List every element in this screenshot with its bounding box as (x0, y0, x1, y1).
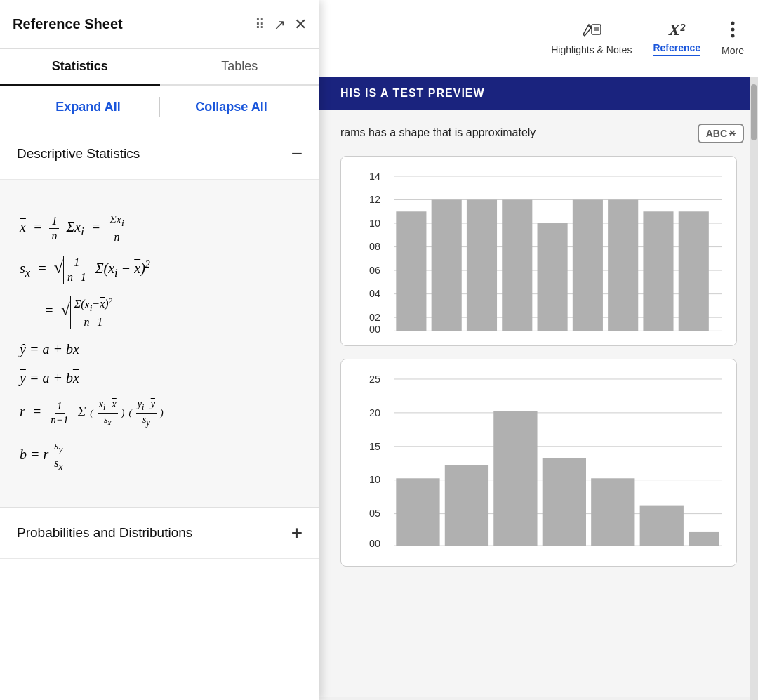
chart2-bar-4 (543, 458, 586, 546)
chart2-bar-5 (591, 478, 634, 546)
formula-std-dev: sx = √ 1 n−1 Σ(xi − x)2 (20, 256, 300, 284)
tab-statistics[interactable]: Statistics (0, 49, 160, 86)
svg-point-4 (731, 27, 735, 31)
chart2-svg: 25 20 15 10 05 00 (369, 371, 722, 555)
reference-sheet-panel: Reference Sheet ⠿ ↗ ✕ Statistics Tables … (0, 0, 319, 700)
formula-std-dev-alt: = √ Σ(xi−x)2 n−1 (41, 296, 300, 329)
reference-tabs: Statistics Tables (0, 49, 319, 86)
svg-text:10: 10 (369, 475, 380, 486)
chart1-bar-9 (679, 211, 709, 331)
reference-content: Descriptive Statistics − x = 1 n Σxi = Σ… (0, 128, 319, 700)
chart2-bar-1 (396, 478, 439, 546)
descriptive-statistics-toggle[interactable]: − (291, 144, 302, 164)
formula-regression: ŷ = a + bx (20, 341, 300, 357)
chart1-bar-5 (538, 223, 568, 331)
svg-text:14: 14 (369, 170, 380, 181)
chart1-bar-2 (432, 199, 462, 331)
probabilities-distributions-section-header[interactable]: Probabilities and Distributions + (0, 508, 319, 559)
banner-text: HIS IS A TEST PREVIEW (340, 87, 485, 99)
abc-label: ABC (706, 128, 727, 139)
chart1-bar-6 (573, 199, 603, 331)
abc-badge[interactable]: ABC ✕ (698, 124, 744, 143)
descriptive-statistics-title: Descriptive Statistics (17, 146, 291, 161)
more-icon (731, 21, 735, 42)
svg-point-5 (731, 34, 735, 37)
chart1-bar-8 (643, 211, 673, 331)
chart2-container: 25 20 15 10 05 00 (340, 359, 737, 566)
svg-text:20: 20 (369, 407, 380, 418)
chart1-bar-3 (467, 199, 497, 331)
svg-text:04: 04 (369, 288, 380, 299)
formula-mean: x = 1 n Σxi = Σxi n (20, 213, 300, 244)
toolbar-right: Highlights & Notes X² Reference More (551, 20, 758, 56)
svg-point-3 (731, 21, 735, 25)
svg-text:15: 15 (369, 441, 380, 452)
svg-text:06: 06 (369, 264, 380, 275)
formula-regression-means: y = a + bx (20, 370, 300, 386)
question-text: rams has a shape that is approximately (340, 124, 737, 142)
svg-text:00: 00 (369, 323, 380, 334)
scrollbar[interactable] (750, 77, 758, 700)
drag-icon[interactable]: ⠿ (255, 16, 265, 33)
tab-tables[interactable]: Tables (160, 49, 320, 84)
more-button[interactable]: More (722, 21, 744, 56)
chart1-bar-1 (396, 211, 426, 331)
abc-strikethrough-icon: ✕ (729, 128, 736, 138)
expand-window-icon[interactable]: ↗ (274, 16, 286, 33)
chart2-bar-2 (445, 465, 488, 546)
svg-rect-0 (592, 25, 601, 34)
svg-text:00: 00 (369, 539, 380, 550)
chart2-bar-3 (493, 411, 537, 546)
svg-text:10: 10 (369, 217, 380, 228)
test-preview-banner: HIS IS A TEST PREVIEW (319, 77, 758, 110)
scroll-thumb[interactable] (751, 84, 757, 140)
formula-correlation: r = 1 n−1 Σ ( xi−x sx ) ( yi−y (20, 399, 300, 428)
formula-slope: b = r sy sx (20, 440, 300, 473)
svg-text:25: 25 (369, 374, 380, 385)
svg-text:02: 02 (369, 312, 380, 323)
reference-icon: X² (669, 20, 685, 39)
question-area: ABC ✕ rams has a shape that is approxima… (319, 110, 758, 697)
chart1-bar-4 (502, 199, 532, 331)
highlights-notes-label: Highlights & Notes (551, 44, 632, 55)
probabilities-distributions-title: Probabilities and Distributions (17, 525, 291, 541)
probabilities-distributions-toggle[interactable]: + (291, 523, 302, 543)
chart1-svg: 14 12 10 08 06 04 02 00 (369, 168, 722, 336)
reference-label: Reference (653, 42, 700, 56)
reference-toolbar-item[interactable]: X² Reference (653, 20, 700, 56)
chart1-bar-7 (608, 199, 638, 331)
chart2-bar-6 (640, 506, 684, 546)
svg-text:05: 05 (369, 508, 380, 519)
descriptive-statistics-body: x = 1 n Σxi = Σxi n sx = √ 1 (0, 180, 319, 508)
chart1-container: 14 12 10 08 06 04 02 00 (340, 156, 737, 347)
reference-panel-header: Reference Sheet ⠿ ↗ ✕ (0, 0, 319, 49)
svg-text:12: 12 (369, 194, 380, 205)
expand-all-button[interactable]: Expand All (17, 100, 159, 114)
close-panel-icon[interactable]: ✕ (294, 15, 307, 34)
expand-collapse-bar: Expand All Collapse All (0, 86, 319, 128)
descriptive-statistics-section-header[interactable]: Descriptive Statistics − (0, 128, 319, 180)
main-content-area: HIS IS A TEST PREVIEW ABC ✕ rams has a s… (319, 77, 758, 700)
highlights-notes-toolbar-item[interactable]: Highlights & Notes (551, 22, 632, 55)
reference-panel-title: Reference Sheet (13, 16, 246, 32)
more-label: More (722, 45, 744, 56)
highlights-notes-icon (582, 22, 601, 41)
chart2-bar-7 (689, 532, 719, 546)
svg-text:08: 08 (369, 241, 380, 252)
collapse-all-button[interactable]: Collapse All (160, 100, 302, 114)
